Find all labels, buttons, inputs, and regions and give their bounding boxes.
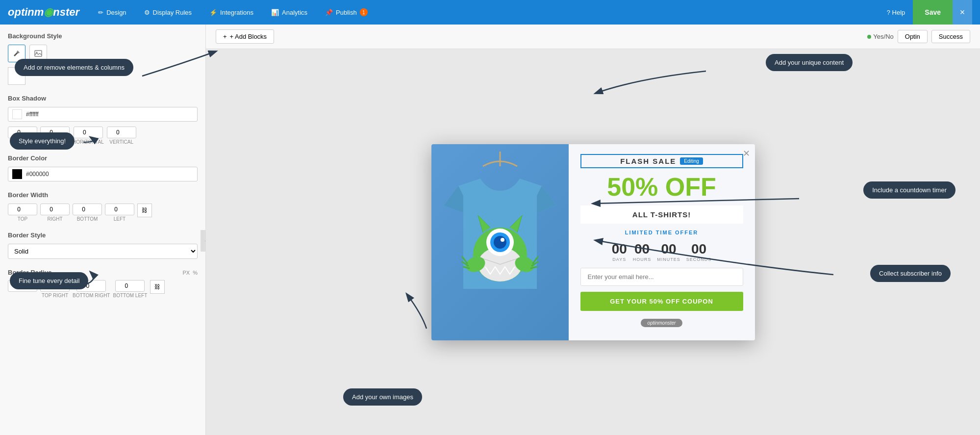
border-radius-values-row: TOP RIGHT BOTTOM RIGHT BOTTOM LEFT ⛓ bbox=[8, 280, 198, 298]
spread-group: SPREAD bbox=[40, 127, 70, 145]
spread-label: SPREAD bbox=[40, 139, 70, 145]
border-radius-title: Border Radius bbox=[8, 269, 52, 276]
top-navigation: optinm◉nster ✏ Design ⚙ Display Rules ⚡ … bbox=[0, 0, 980, 25]
popup-content-side: ✕ FLASH SALE Editing 50% OFF bbox=[569, 144, 755, 340]
success-tab[interactable]: Success bbox=[931, 30, 970, 43]
days-label: DAYS bbox=[612, 257, 627, 262]
border-right-label: RIGHT bbox=[40, 216, 70, 222]
border-left-label: LEFT bbox=[105, 216, 134, 222]
flash-sale-title: FLASH SALE bbox=[620, 157, 676, 165]
br-bl-group: BOTTOM LEFT bbox=[113, 280, 147, 298]
box-shadow-values-row: BLUR SPREAD HORIZONTAL VERTICAL bbox=[8, 127, 198, 145]
optin-tab[interactable]: Optin bbox=[898, 30, 928, 43]
border-color-input-row[interactable]: #000000 bbox=[8, 167, 198, 181]
border-style-select[interactable]: Solid bbox=[8, 244, 198, 259]
seconds-label: SECONDS bbox=[686, 257, 712, 262]
image-icon bbox=[34, 50, 42, 57]
discount-text: 50% OFF bbox=[580, 174, 743, 200]
blur-group: BLUR bbox=[8, 127, 37, 145]
box-shadow-title: Box Shadow bbox=[8, 95, 198, 102]
add-blocks-button[interactable]: + + Add Blocks bbox=[216, 29, 274, 44]
blur-label: BLUR bbox=[8, 139, 37, 145]
border-style-title: Border Style bbox=[8, 231, 198, 239]
close-button[interactable]: × bbox=[953, 0, 972, 25]
box-shadow-color-text: #ffffff bbox=[26, 111, 39, 118]
br-bl-input[interactable] bbox=[115, 280, 145, 292]
horizontal-input[interactable] bbox=[74, 127, 103, 138]
br-tl-group bbox=[8, 280, 37, 298]
vertical-group: VERTICAL bbox=[107, 127, 136, 145]
border-top-label: TOP bbox=[8, 216, 37, 222]
countdown-seconds: 00 SECONDS bbox=[686, 241, 712, 262]
br-link-btn[interactable]: ⛓ bbox=[150, 280, 165, 294]
days-value: 00 bbox=[612, 241, 627, 257]
nav-item-integrations[interactable]: ⚡ Integrations bbox=[201, 0, 262, 25]
br-tr-group: TOP RIGHT bbox=[40, 280, 70, 298]
left-panel: Background Style bbox=[0, 25, 206, 435]
border-right-group: RIGHT bbox=[40, 204, 70, 222]
collapse-handle[interactable]: ‹ bbox=[201, 230, 206, 252]
border-right-input[interactable] bbox=[40, 204, 70, 215]
editing-badge: Editing bbox=[680, 157, 703, 165]
flash-sale-header-container: FLASH SALE Editing bbox=[580, 154, 743, 168]
flash-sale-box: FLASH SALE Editing bbox=[580, 154, 743, 168]
br-br-group: BOTTOM RIGHT bbox=[73, 280, 110, 298]
nav-right: ? Help Save × bbox=[879, 0, 972, 25]
help-button[interactable]: ? Help bbox=[879, 9, 913, 16]
hours-label: HOURS bbox=[633, 257, 652, 262]
nav-item-display-rules[interactable]: ⚙ Display Rules bbox=[135, 0, 201, 25]
br-tr-label: TOP RIGHT bbox=[40, 293, 70, 298]
border-link-group: ⛓ bbox=[137, 204, 152, 222]
publish-icon: 📌 bbox=[325, 9, 333, 16]
border-left-group: LEFT bbox=[105, 204, 134, 222]
nav-items: ✏ Design ⚙ Display Rules ⚡ Integrations … bbox=[89, 0, 879, 25]
border-width-title: Border Width bbox=[8, 191, 198, 199]
popup-image-side[interactable] bbox=[431, 144, 569, 340]
background-style-title: Background Style bbox=[8, 32, 198, 40]
border-link-btn[interactable]: ⛓ bbox=[137, 204, 152, 217]
branding-text: optinmonster bbox=[641, 319, 683, 327]
br-tl-input[interactable] bbox=[8, 280, 37, 292]
spread-input[interactable] bbox=[40, 127, 70, 138]
yes-no-indicator: Yes/No bbox=[867, 33, 893, 40]
border-bottom-group: BOTTOM bbox=[73, 204, 102, 222]
border-style-section: Border Style Solid bbox=[8, 231, 198, 259]
nav-item-publish[interactable]: 📌 Publish 1 bbox=[316, 0, 377, 25]
countdown-timer: 00 DAYS 00 HOURS 00 MINUTES bbox=[580, 241, 743, 262]
email-input[interactable] bbox=[580, 268, 743, 286]
border-bottom-input[interactable] bbox=[73, 204, 102, 215]
box-shadow-color-input[interactable]: #ffffff bbox=[8, 107, 198, 122]
style-icon-image[interactable] bbox=[29, 45, 47, 62]
logo-text: optinm◉nster bbox=[8, 6, 79, 19]
border-left-input[interactable] bbox=[105, 204, 134, 215]
px-label: PX bbox=[183, 270, 190, 276]
border-color-text: #000000 bbox=[26, 171, 49, 178]
blur-input[interactable] bbox=[8, 127, 37, 138]
pct-label: % bbox=[193, 270, 198, 276]
box-shadow-color-swatch[interactable] bbox=[12, 109, 22, 119]
border-width-values-row: TOP RIGHT BOTTOM LEFT bbox=[8, 204, 198, 222]
horizontal-label: HORIZONTAL bbox=[73, 139, 104, 145]
background-color-box[interactable] bbox=[8, 67, 25, 85]
nav-item-analytics[interactable]: 📊 Analytics bbox=[262, 0, 316, 25]
integrations-icon: ⚡ bbox=[209, 9, 217, 16]
br-br-input[interactable] bbox=[76, 280, 106, 292]
nav-item-design[interactable]: ✏ Design bbox=[89, 0, 135, 25]
border-radius-section: Border Radius PX % TOP RIGHT bbox=[8, 269, 198, 298]
style-icon-pencil[interactable] bbox=[8, 45, 25, 62]
pencil-icon bbox=[13, 50, 21, 57]
br-tr-input[interactable] bbox=[40, 280, 70, 292]
cta-button[interactable]: GET YOUR 50% OFF COUPON bbox=[580, 292, 743, 311]
horizontal-group: HORIZONTAL bbox=[73, 127, 104, 145]
popup-hero-image bbox=[434, 152, 566, 333]
green-dot-icon bbox=[867, 35, 871, 39]
br-bl-label: BOTTOM LEFT bbox=[113, 293, 147, 298]
border-top-input[interactable] bbox=[8, 204, 37, 215]
minutes-value: 00 bbox=[657, 241, 680, 257]
save-button[interactable]: Save bbox=[913, 0, 953, 25]
vertical-input[interactable] bbox=[107, 127, 136, 138]
border-color-swatch[interactable] bbox=[12, 169, 22, 179]
br-link-group: ⛓ bbox=[150, 280, 165, 298]
popup-branding: optinmonster bbox=[580, 319, 743, 327]
popup-close-button[interactable]: ✕ bbox=[743, 148, 750, 159]
